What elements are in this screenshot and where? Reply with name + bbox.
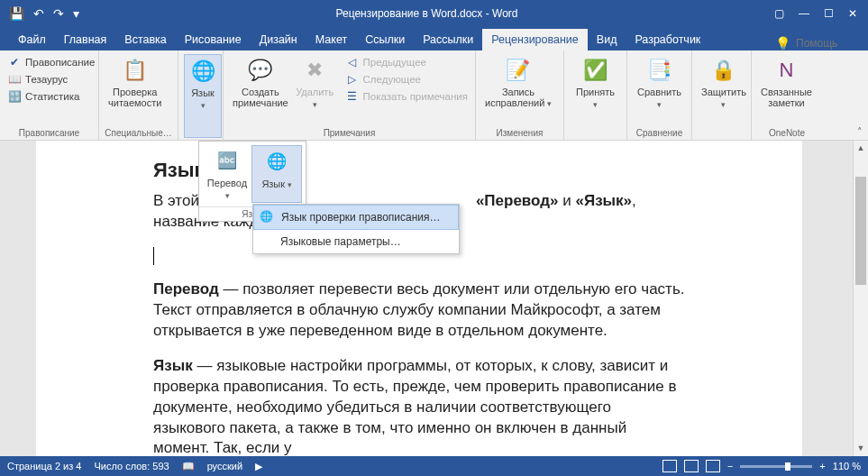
zoom-in-icon[interactable]: + (819, 461, 825, 471)
group-onenote-title: OneNote (757, 128, 817, 140)
group-changes: ✅ Принять (564, 50, 627, 140)
tab-design[interactable]: Дизайн (251, 29, 306, 50)
status-page[interactable]: Страница 2 из 4 (7, 461, 81, 471)
translate-button[interactable]: 🔤 Перевод (203, 145, 251, 203)
help-search[interactable]: 💡 (775, 36, 868, 50)
group-compare: 📑 Сравнить Сравнение (627, 50, 692, 140)
next-comment-button[interactable]: ▷Следующее (343, 71, 470, 87)
scroll-thumb[interactable] (855, 177, 866, 285)
group-protect-title (698, 138, 745, 140)
group-tracking-title: Изменения (481, 128, 558, 140)
next-icon: ▷ (345, 72, 360, 87)
quick-access-toolbar: 💾 ↶ ↷ ▾ (0, 6, 79, 21)
scroll-up-icon[interactable]: ▲ (854, 141, 868, 156)
prev-comment-button[interactable]: ◁Предыдущее (343, 54, 470, 70)
view-print-icon[interactable] (684, 460, 699, 472)
qat-customize-icon[interactable]: ▾ (73, 6, 79, 21)
accessibility-icon: 📋 (121, 56, 150, 85)
protect-button[interactable]: 🔒 Защитить (698, 54, 750, 138)
language-preferences-item[interactable]: Языковые параметры… (253, 230, 459, 253)
status-macro-icon[interactable]: ▶ (255, 461, 262, 472)
minimize-icon[interactable]: — (799, 7, 809, 20)
onenote-icon: N (772, 56, 800, 85)
delete-comment-button[interactable]: ✖ Удалить (292, 54, 338, 128)
text-cursor (153, 247, 154, 265)
new-comment-button[interactable]: 💬 Создать примечание (229, 54, 292, 128)
group-language-title (184, 138, 217, 140)
comment-icon: 💬 (246, 56, 275, 85)
accept-icon: ✅ (581, 56, 610, 85)
para-language: Язык — языковые настройки программы, от … (153, 356, 685, 456)
zoom-out-icon[interactable]: − (727, 461, 733, 471)
group-accessibility-title: Специальные… (105, 128, 172, 140)
zoom-level[interactable]: 110 % (833, 461, 861, 471)
accept-button[interactable]: ✅ Принять (570, 54, 621, 138)
group-language: 🌐 Язык (178, 50, 224, 140)
title-bar: 💾 ↶ ↷ ▾ Рецензирование в Word.docx - Wor… (0, 0, 868, 27)
help-icon: 💡 (775, 36, 790, 50)
word-count-button[interactable]: 🔡Статистика (5, 88, 96, 105)
redo-icon[interactable]: ↷ (53, 6, 64, 21)
tab-view[interactable]: Вид (588, 29, 626, 50)
group-comments: 💬 Создать примечание ✖ Удалить ◁Предыдущ… (224, 50, 476, 140)
tab-home[interactable]: Главная (55, 29, 116, 50)
group-changes-title (570, 138, 621, 140)
tab-mailings[interactable]: Рассылки (414, 29, 482, 50)
status-bar: Страница 2 из 4 Число слов: 593 📖 русски… (0, 456, 868, 476)
ribbon-tabs: Файл Главная Вставка Рисование Дизайн Ма… (0, 27, 868, 50)
compare-icon: 📑 (645, 56, 674, 85)
para-translate: Перевод — позволяет перевести весь докум… (153, 279, 685, 342)
spelling-button[interactable]: ✔Правописание (5, 54, 96, 70)
check-accessibility-button[interactable]: 📋 Проверка читаемости (105, 54, 165, 128)
view-read-icon[interactable] (662, 460, 677, 472)
globe-icon: 🌐 (188, 57, 217, 86)
ribbon: ✔Правописание 📖Тезаурус 🔡Статистика Прав… (0, 50, 868, 141)
document-page[interactable]: Язык В этой xxxxxxxxxxxxxxxxxxxxxxxxxxxx… (36, 141, 802, 456)
tab-draw[interactable]: Рисование (176, 29, 251, 50)
maximize-icon[interactable]: ☐ (824, 7, 834, 20)
zoom-thumb[interactable] (785, 462, 790, 471)
language-submenu-button[interactable]: 🌐 Язык (251, 145, 302, 203)
language-button[interactable]: 🌐 Язык (184, 54, 222, 138)
status-language[interactable]: русский (207, 461, 242, 471)
help-input[interactable] (796, 37, 859, 50)
tab-layout[interactable]: Макет (306, 29, 356, 50)
globe-a-icon: 🌐 (262, 148, 291, 177)
tab-insert[interactable]: Вставка (115, 29, 175, 50)
thesaurus-button[interactable]: 📖Тезаурус (5, 71, 96, 87)
collapse-ribbon-icon[interactable]: ˄ (857, 126, 863, 138)
track-icon: 📝 (504, 56, 533, 85)
ribbon-display-icon[interactable]: ▢ (774, 7, 784, 20)
proofing-icon: 🌐 (260, 210, 273, 223)
scroll-down-icon[interactable]: ▼ (854, 441, 868, 456)
close-icon[interactable]: ✕ (848, 7, 857, 20)
prev-icon: ◁ (345, 55, 360, 69)
group-protect: 🔒 Защитить (692, 50, 752, 140)
tab-developer[interactable]: Разработчик (626, 29, 709, 50)
tab-references[interactable]: Ссылки (356, 29, 414, 50)
document-area: Язык В этой xxxxxxxxxxxxxxxxxxxxxxxxxxxx… (0, 141, 868, 456)
group-onenote: N Связанные заметки OneNote (752, 50, 822, 140)
lock-icon: 🔒 (709, 56, 738, 85)
compare-button[interactable]: 📑 Сравнить (633, 54, 686, 128)
linked-notes-button[interactable]: N Связанные заметки (757, 54, 816, 128)
group-comments-title: Примечания (229, 128, 470, 140)
book-icon: 📖 (7, 72, 22, 87)
stats-icon: 🔡 (7, 89, 22, 104)
show-comments-button[interactable]: ☰Показать примечания (343, 88, 470, 105)
view-web-icon[interactable] (706, 460, 720, 472)
set-proofing-language-item[interactable]: 🌐 Язык проверки правописания… (253, 205, 459, 230)
status-word-count[interactable]: Число слов: 593 (94, 461, 169, 471)
save-icon[interactable]: 💾 (9, 6, 24, 21)
group-tracking: 📝 Запись исправлений Изменения (476, 50, 564, 140)
zoom-slider[interactable] (740, 465, 812, 468)
group-proofing: ✔Правописание 📖Тезаурус 🔡Статистика Прав… (0, 50, 99, 140)
status-proof-icon[interactable]: 📖 (182, 461, 195, 472)
vertical-scrollbar[interactable]: ▲ ▼ (853, 141, 868, 456)
undo-icon[interactable]: ↶ (33, 6, 44, 21)
tab-file[interactable]: Файл (9, 29, 55, 50)
group-accessibility: 📋 Проверка читаемости Специальные… (99, 50, 178, 140)
tab-review[interactable]: Рецензирование (482, 29, 588, 50)
translate-icon: 🔤 (213, 147, 242, 176)
track-changes-button[interactable]: 📝 Запись исправлений (481, 54, 555, 128)
